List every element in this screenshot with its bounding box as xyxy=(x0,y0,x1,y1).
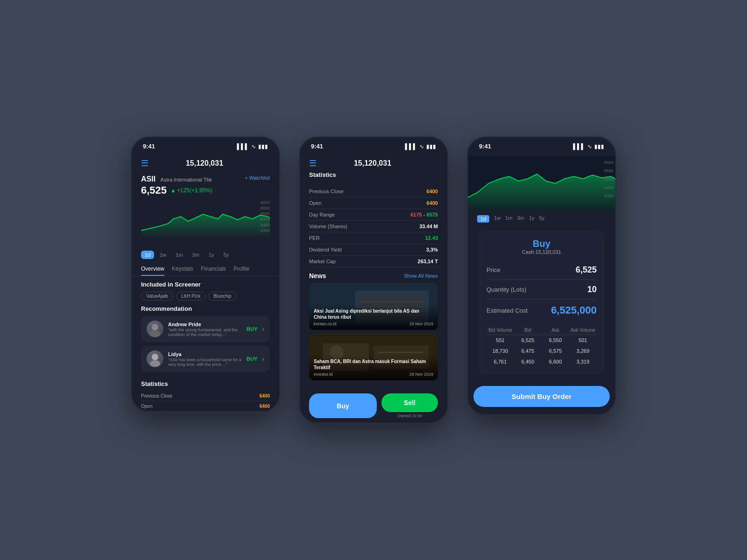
p2-label-marketcap: Market Cap xyxy=(309,259,336,264)
news-header: News Show All News xyxy=(309,272,438,280)
signal-icon-2: ▌▌▌ xyxy=(405,143,417,150)
ask-3: 6,600 xyxy=(542,359,569,364)
stock-change-value: +125(+1,95%) xyxy=(177,187,212,194)
price-label: Price xyxy=(486,266,500,273)
svg-point-3 xyxy=(152,354,158,360)
stock-change: ▲ +125(+1,95%) xyxy=(170,187,212,194)
phone-2-header: ☰ 15,120,031 xyxy=(300,154,447,171)
rec-card-andrew[interactable]: Andrew Pride "with the strong fundamenta… xyxy=(141,316,270,342)
stats-value-prev-close: 6400 xyxy=(260,393,270,399)
price-value[interactable]: 6,525 xyxy=(576,265,597,275)
submit-buy-button[interactable]: Submit Buy Order xyxy=(473,386,610,407)
bid-1: 6,525 xyxy=(514,337,542,343)
news-section: News Show All News xyxy=(300,267,447,389)
bid-volume-header: Bid Volume xyxy=(486,328,514,333)
time-tab-5y[interactable]: 5y xyxy=(220,251,233,259)
chart-labels-1: 6600 6550 6500 6450 6400 6350 xyxy=(261,200,270,233)
avatar-andrew xyxy=(147,321,163,337)
time-tab-1m[interactable]: 1m xyxy=(172,251,186,259)
phone-2: 9:41 ▌▌▌ ∿ ▮▮▮ ☰ 15,120,031 Statistics P… xyxy=(299,136,448,424)
battery-icon-2: ▮▮▮ xyxy=(426,143,436,150)
p3-tab-1y[interactable]: 1y xyxy=(529,215,535,223)
tab-profile[interactable]: Profile xyxy=(233,263,249,276)
p2-value-open: 6400 xyxy=(427,200,438,206)
rec-action-lidya: BUY xyxy=(247,356,257,362)
phone-3: 9:41 ▌▌▌ ∿ ▮▮▮ xyxy=(467,136,616,415)
news-overlay-2: Saham BCA, BRI dan Astra masuk Formasi S… xyxy=(309,355,438,380)
bid-header: Bid xyxy=(514,328,542,333)
tab-financials[interactable]: Financials xyxy=(201,263,226,276)
watchlist-button[interactable]: + Watchlist xyxy=(245,175,270,181)
rec-info-lidya: Lidya "ASII has been a household name fo… xyxy=(168,351,242,367)
stats-row-open: Open 6400 xyxy=(141,401,270,412)
bid-vol-1: 551 xyxy=(486,337,514,343)
news-meta-1: kontan.co.id 29 Nov 2019 xyxy=(314,322,433,326)
time-tab-1d[interactable]: 1d xyxy=(141,251,154,259)
ask-vol-1: 501 xyxy=(569,337,597,343)
p2-label-prev-close: Previous Close xyxy=(309,189,344,194)
stats-section-1: Statistics Previous Close 6400 Open 6400 xyxy=(132,380,279,412)
stock-price-row: 6,525 ▲ +125(+1,95%) xyxy=(141,184,270,196)
order-book-row-2: 18,730 6,475 6,575 3,269 xyxy=(486,346,597,357)
stock-chart-1: 6600 6550 6500 6450 6400 6350 xyxy=(141,200,270,247)
show-all-news-button[interactable]: Show All News xyxy=(404,273,438,279)
p3-tab-1d[interactable]: 1d xyxy=(477,215,489,223)
buy-estimated-field: Estimated Cost 6,525,000 xyxy=(486,300,597,321)
p2-row-per: PER 12.43 xyxy=(309,232,438,244)
p2-label-dividend: Dividend Yield xyxy=(309,247,342,252)
tab-overview[interactable]: Overview xyxy=(141,263,164,276)
status-time-3: 9:41 xyxy=(479,143,491,150)
stock-ticker: ASII xyxy=(141,175,155,183)
phone-1: 9:41 ▌▌▌ ∿ ▮▮▮ ☰ 15,120,031 ASII Astra I… xyxy=(131,136,280,413)
p3-tab-1m[interactable]: 1m xyxy=(505,215,512,223)
p2-label-day-range: Day Range xyxy=(309,212,335,217)
p2-value-dividend: 3,3% xyxy=(426,247,438,252)
stats-title-1: Statistics xyxy=(141,380,270,387)
news-card-1[interactable]: Aksi Jual Asing diprediksi berlanjut bil… xyxy=(309,283,438,330)
recommendation-section: Recommendation Andrew Pride "with t xyxy=(132,305,279,380)
status-icons-3: ▌▌▌ ∿ ▮▮▮ xyxy=(573,143,604,150)
screener-tags: ValueAjaib LKH Pick Bluechip xyxy=(141,292,270,301)
news-source-1: kontan.co.id xyxy=(314,322,337,326)
news-card-2[interactable]: Saham BCA, BRI dan Astra masuk Formasi S… xyxy=(309,334,438,380)
ask-header: Ask xyxy=(542,328,569,333)
sell-container: Sell Owned 10 lot xyxy=(381,393,438,418)
hamburger-icon[interactable]: ☰ xyxy=(141,158,148,168)
status-icons-1: ▌▌▌ ∿ ▮▮▮ xyxy=(237,143,268,150)
screener-title: Included in Screener xyxy=(141,281,270,288)
rec-card-lidya[interactable]: Lidya "ASII has been a household name fo… xyxy=(141,346,270,372)
quantity-label: Quantity (Lots) xyxy=(486,286,526,293)
stats-label-prev-close: Previous Close xyxy=(141,393,172,399)
news-title: News xyxy=(309,272,326,280)
sell-button[interactable]: Sell xyxy=(381,393,438,412)
up-arrow-icon: ▲ xyxy=(170,187,176,194)
time-tab-3m[interactable]: 3m xyxy=(189,251,203,259)
hamburger-icon-2[interactable]: ☰ xyxy=(309,158,317,168)
news-date-2: 29 Nov 2019 xyxy=(409,372,433,377)
news-headline-1: Aksi Jual Asing diprediksi berlanjut bil… xyxy=(314,308,433,320)
rec-info-andrew: Andrew Pride "with the strong fundamenta… xyxy=(168,322,242,337)
time-tab-1w[interactable]: 1w xyxy=(156,251,170,259)
wifi-icon-2: ∿ xyxy=(419,143,424,150)
p3-tab-1w[interactable]: 1w xyxy=(494,215,500,223)
buy-button[interactable]: Buy xyxy=(309,393,377,418)
estimated-label: Estimated Cost xyxy=(486,307,528,314)
p2-value-per: 12.43 xyxy=(425,235,438,241)
order-book-header: Bid Volume Bid Ask Ask Volume xyxy=(486,326,597,335)
p3-tab-5y[interactable]: 5y xyxy=(539,215,545,223)
header-balance-2: 15,120,031 xyxy=(354,159,391,168)
tag-bluechip[interactable]: Bluechip xyxy=(208,292,236,301)
p2-label-volume: Volume (Shares) xyxy=(309,224,347,229)
quantity-value[interactable]: 10 xyxy=(587,285,597,294)
tag-valueajaib[interactable]: ValueAjaib xyxy=(141,292,173,301)
screener-section: Included in Screener ValueAjaib LKH Pick… xyxy=(132,276,279,305)
tag-lkhpick[interactable]: LKH Pick xyxy=(176,292,205,301)
p3-tab-3m[interactable]: 3m xyxy=(517,215,524,223)
time-tab-1y[interactable]: 1y xyxy=(205,251,218,259)
order-book: Bid Volume Bid Ask Ask Volume 551 6,525 … xyxy=(486,326,597,367)
ask-1: 6,550 xyxy=(542,337,569,343)
tab-keystats[interactable]: Keystats xyxy=(172,263,193,276)
owned-label: Owned 10 lot xyxy=(381,413,438,418)
p2-row-dividend: Dividend Yield 3,3% xyxy=(309,244,438,256)
avatar-lidya xyxy=(147,350,163,367)
